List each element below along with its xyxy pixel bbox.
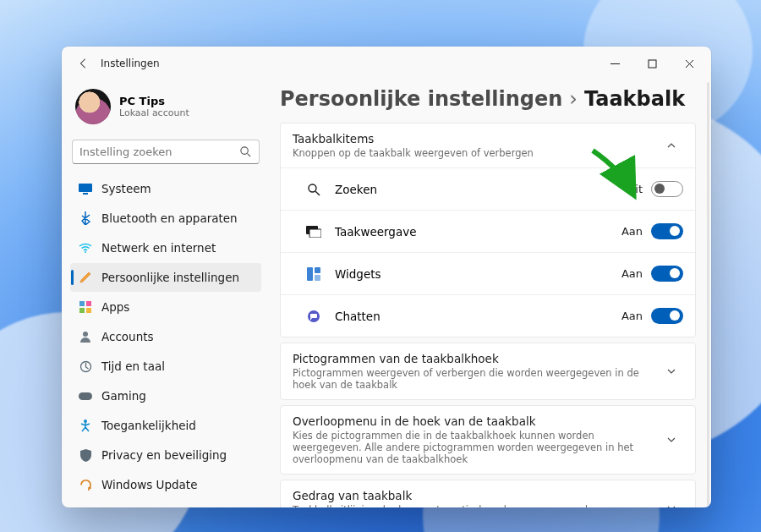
svg-rect-11 <box>79 392 92 400</box>
profile-subtitle: Lokaal account <box>119 107 189 118</box>
section-title: Taakbalkitems <box>293 132 660 145</box>
toggle-search[interactable] <box>651 181 683 197</box>
sidebar-item-apps[interactable]: Apps <box>70 293 261 321</box>
row-search: Zoeken Uit <box>281 167 695 210</box>
section-subtitle: Knoppen op de taakbalk weergeven of verb… <box>293 147 660 159</box>
sidebar-item-time-language[interactable]: Tijd en taal <box>70 352 261 381</box>
section-overflow-menu[interactable]: Overloopmenu in de hoek van de taakbalk … <box>280 405 696 474</box>
section-taskbar-items: Taakbalkitems Knoppen op de taakbalk wee… <box>280 123 696 337</box>
wifi-icon <box>79 241 92 255</box>
toggle-widgets[interactable] <box>651 266 683 282</box>
svg-rect-16 <box>307 267 313 281</box>
sidebar-item-system[interactable]: Systeem <box>70 174 261 203</box>
svg-rect-6 <box>86 301 91 306</box>
row-taskview: Taakweergave Aan <box>281 210 695 252</box>
profile-block[interactable]: PC Tips Lokaal account <box>70 85 261 133</box>
sidebar-item-accounts[interactable]: Accounts <box>70 322 261 351</box>
content-area: PC Tips Lokaal account Systeem Bluetooth… <box>62 80 711 507</box>
sidebar-item-bluetooth[interactable]: Bluetooth en apparaten <box>70 204 261 233</box>
svg-point-9 <box>83 332 88 337</box>
svg-rect-2 <box>79 184 92 192</box>
svg-rect-18 <box>315 275 320 281</box>
maximize-button[interactable] <box>633 50 671 77</box>
svg-point-4 <box>85 251 86 253</box>
sidebar-item-label: Toegankelijkheid <box>101 419 196 432</box>
minimize-button[interactable] <box>596 50 633 77</box>
sidebar-item-label: Accounts <box>101 330 154 343</box>
chat-icon <box>304 310 323 323</box>
svg-point-12 <box>84 420 87 423</box>
chevron-down-icon <box>660 435 683 445</box>
section-title: Gedrag van taakbalk <box>293 489 660 502</box>
update-icon <box>79 478 92 491</box>
toggle-taskview[interactable] <box>651 223 683 239</box>
svg-rect-15 <box>309 229 321 238</box>
section-header[interactable]: Taakbalkitems Knoppen op de taakbalk wee… <box>281 123 695 167</box>
window-controls <box>596 50 708 77</box>
section-taskbar-behavior[interactable]: Gedrag van taakbalk Taakbalkuitlijning, … <box>280 480 696 507</box>
back-button[interactable] <box>72 52 96 75</box>
arrow-left-icon <box>78 58 90 69</box>
sidebar-item-privacy[interactable]: Privacy en beveiliging <box>70 441 261 469</box>
sidebar-item-network[interactable]: Netwerk en internet <box>70 233 261 262</box>
breadcrumb-parent[interactable]: Persoonlijke instellingen <box>280 87 562 111</box>
sidebar-item-personalization[interactable]: Persoonlijke instellingen <box>70 263 261 292</box>
svg-rect-7 <box>79 308 85 313</box>
chevron-right-icon: › <box>569 87 578 111</box>
row-label: Chatten <box>335 310 621 323</box>
search-icon <box>239 145 252 158</box>
sidebar-item-label: Gaming <box>101 389 146 403</box>
row-widgets: Widgets Aan <box>281 252 695 294</box>
toggle-chat[interactable] <box>651 308 683 324</box>
window-title: Instellingen <box>101 58 160 69</box>
sidebar-item-label: Bluetooth en apparaten <box>101 211 238 225</box>
nav-list: Systeem Bluetooth en apparaten Netwerk e… <box>70 174 261 499</box>
chevron-down-icon <box>660 366 683 376</box>
clock-globe-icon <box>79 359 92 373</box>
sidebar-item-label: Netwerk en internet <box>101 241 216 255</box>
bluetooth-icon <box>79 211 92 225</box>
titlebar: Instellingen <box>62 47 711 80</box>
sidebar-item-label: Windows Update <box>101 478 197 491</box>
accessibility-icon <box>79 419 92 432</box>
toggle-state: Aan <box>621 310 643 322</box>
sidebar-item-label: Persoonlijke instellingen <box>101 271 239 284</box>
sidebar-item-gaming[interactable]: Gaming <box>70 381 261 410</box>
section-subtitle: Pictogrammen weergeven of verbergen die … <box>293 367 660 391</box>
profile-name: PC Tips <box>119 95 189 107</box>
sidebar: PC Tips Lokaal account Systeem Bluetooth… <box>62 80 270 507</box>
person-icon <box>79 330 92 343</box>
sidebar-item-windows-update[interactable]: Windows Update <box>70 470 261 499</box>
section-corner-icons[interactable]: Pictogrammen van de taakbalkhoek Pictogr… <box>280 343 696 400</box>
breadcrumb: Persoonlijke instellingen › Taakbalk <box>273 84 699 123</box>
section-title: Pictogrammen van de taakbalkhoek <box>293 352 660 365</box>
row-chat: Chatten Aan <box>281 294 695 337</box>
widgets-icon <box>304 267 323 281</box>
search-input-wrapper[interactable] <box>72 140 260 164</box>
sidebar-item-accessibility[interactable]: Toegankelijkheid <box>70 411 261 440</box>
sidebar-item-label: Apps <box>101 300 129 314</box>
taskview-icon <box>304 226 323 238</box>
sidebar-item-label: Systeem <box>101 182 151 195</box>
chevron-down-icon <box>660 503 683 507</box>
svg-rect-17 <box>315 267 320 273</box>
toggle-state: Aan <box>621 267 643 280</box>
sidebar-item-label: Privacy en beveiliging <box>101 448 227 462</box>
apps-icon <box>79 300 92 314</box>
row-label: Widgets <box>335 267 621 281</box>
main-panel: Persoonlijke instellingen › Taakbalk Taa… <box>270 80 711 507</box>
scrollbar[interactable] <box>707 82 709 506</box>
svg-point-13 <box>309 184 316 192</box>
search-input[interactable] <box>79 145 239 158</box>
shield-icon <box>79 448 92 462</box>
chevron-up-icon <box>660 140 683 151</box>
section-title: Overloopmenu in de hoek van de taakbalk <box>293 414 660 428</box>
row-label: Zoeken <box>335 183 627 196</box>
svg-rect-20 <box>310 314 317 318</box>
gamepad-icon <box>79 389 92 403</box>
breadcrumb-current: Taakbalk <box>584 87 685 111</box>
section-subtitle: Kies de pictogrammen die in de taakbalkh… <box>293 430 660 465</box>
svg-rect-5 <box>79 301 85 306</box>
close-button[interactable] <box>671 50 708 77</box>
avatar <box>75 89 111 124</box>
